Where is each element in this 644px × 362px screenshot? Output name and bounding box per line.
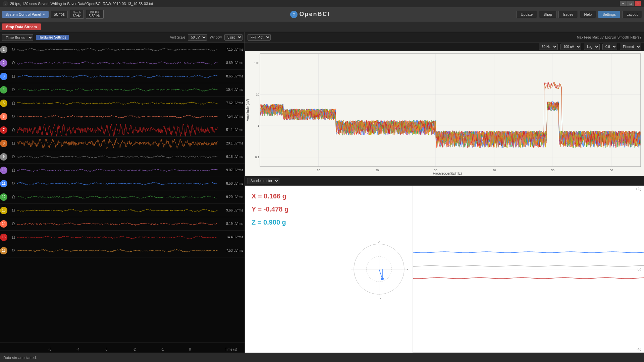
channel-row-8: 8 Ω 29.1 uVrms [0, 137, 245, 150]
channel-omega-9[interactable]: Ω [10, 155, 17, 159]
channel-wave-12 [17, 191, 218, 203]
time-series-header: Time Series Hardware Settings Vert Scale… [0, 32, 245, 43]
titlebar: ○ 29 fps, 120 secs Saved, Writing to Sav… [0, 0, 644, 7]
channel-omega-13[interactable]: Ω [10, 208, 17, 213]
update-button[interactable]: Update [517, 11, 537, 18]
channel-badge-12[interactable]: 12 [0, 193, 10, 201]
wave-svg-7 [17, 124, 218, 136]
toolbar2: Stop Data Stream [0, 21, 644, 32]
top-right-buttons: Update Shop Issues Help Settings Layout [517, 11, 642, 18]
close-button[interactable]: ✕ [635, 1, 641, 6]
fft-title-dropdown[interactable]: FFT Plot [248, 34, 271, 41]
vert-scale-select[interactable]: 50 uV [188, 34, 207, 41]
channel-rms-6: 7.54 uVrms [218, 115, 245, 118]
channel-rms-12: 9.20 uVrms [218, 195, 245, 199]
time-axis: -5 -4 -3 -2 -1 0 Time (s) [0, 343, 245, 353]
channel-omega-3[interactable]: Ω [10, 74, 17, 79]
fft-controls-row: 60 Hz 100 uV Log 0.9 Filtered [245, 43, 644, 51]
channel-row-15: 15 Ω 14.4 uVrms [0, 231, 245, 244]
time-axis-unit-label: Time (s) [218, 348, 245, 351]
log-lin-label: Log/Lin [605, 36, 616, 39]
channels-area: 1 Ω 7.15 uVrms 2 Ω 8.69 uVrms 3 [0, 43, 245, 343]
hardware-settings-button[interactable]: Hardware Settings [36, 35, 69, 40]
channel-badge-15[interactable]: 15 [0, 234, 10, 241]
accelerometer-dropdown[interactable]: Accelerometer [248, 178, 279, 184]
channel-badge-1[interactable]: 1 [0, 46, 10, 53]
channel-omega-15[interactable]: Ω [10, 235, 17, 240]
channel-wave-10 [17, 164, 218, 177]
system-control-button[interactable]: System Control Panel ▼ [2, 11, 49, 18]
stop-data-stream-button[interactable]: Stop Data Stream [2, 23, 41, 30]
fft-section: FFT Plot Max Freq Max uV Log/Lin Smooth … [245, 32, 644, 176]
channel-rms-16: 7.53 uVrms [218, 249, 245, 252]
channel-omega-1[interactable]: Ω [10, 47, 17, 52]
notch-filter-button[interactable]: Notch 60Hz [70, 10, 84, 19]
channel-badge-4[interactable]: 4 [0, 86, 10, 94]
vert-scale-label: Vert Scale [170, 36, 185, 39]
wave-svg-8 [17, 137, 218, 150]
channel-omega-11[interactable]: Ω [10, 181, 17, 186]
main-content: Time Series Hardware Settings Vert Scale… [0, 32, 644, 353]
accelerometer-graph-canvas [413, 186, 644, 353]
channel-omega-2[interactable]: Ω [10, 61, 17, 65]
app-icon: ○ [3, 1, 8, 6]
channel-rms-5: 7.62 uVrms [218, 101, 245, 105]
channel-rms-10: 9.07 uVrms [218, 168, 245, 172]
accelerometer-circle-canvas [349, 239, 409, 299]
shop-button[interactable]: Shop [539, 11, 556, 18]
channel-badge-8[interactable]: 8 [0, 140, 10, 147]
right-panel: FFT Plot Max Freq Max uV Log/Lin Smooth … [245, 32, 644, 353]
window-select[interactable]: 5 sec [224, 34, 243, 41]
channel-badge-7[interactable]: 7 [0, 126, 10, 134]
bp-filter-button[interactable]: BP Filt 5-50 Hz [86, 10, 104, 19]
wave-svg-15 [17, 231, 218, 244]
channel-badge-10[interactable]: 10 [0, 167, 10, 174]
channel-omega-14[interactable]: Ω [10, 222, 17, 226]
wave-svg-12 [17, 191, 218, 203]
accelerometer-body: X = 0.166 g Y = -0.478 g Z = 0.900 g +4g… [245, 186, 644, 353]
channel-badge-3[interactable]: 3 [0, 73, 10, 80]
channel-wave-1 [17, 43, 218, 56]
channel-omega-8[interactable]: Ω [10, 141, 17, 146]
max-freq-select[interactable]: 60 Hz [539, 44, 558, 50]
channel-badge-6[interactable]: 6 [0, 113, 10, 120]
max-uv-select[interactable]: 100 uV [560, 44, 581, 50]
channel-wave-13 [17, 204, 218, 217]
accel-y-zero: 0g [638, 267, 641, 271]
channel-badge-13[interactable]: 13 [0, 207, 10, 214]
channel-omega-10[interactable]: Ω [10, 168, 17, 173]
channel-omega-12[interactable]: Ω [10, 195, 17, 199]
time-series-dropdown[interactable]: Time Series [2, 34, 33, 41]
issues-button[interactable]: Issues [558, 11, 578, 18]
wave-svg-10 [17, 164, 218, 177]
channel-omega-6[interactable]: Ω [10, 114, 17, 119]
channel-row-3: 3 Ω 8.65 uVrms [0, 70, 245, 83]
layout-button[interactable]: Layout [622, 11, 642, 18]
filters-label: Filters? [630, 36, 641, 39]
fps-display: 60 fps [51, 11, 68, 18]
fft-canvas [245, 51, 644, 176]
channel-badge-2[interactable]: 2 [0, 59, 10, 67]
channel-badge-11[interactable]: 11 [0, 180, 10, 187]
channel-omega-5[interactable]: Ω [10, 101, 17, 106]
system-control-label: System Control Panel [5, 12, 41, 16]
maximize-button[interactable]: □ [627, 1, 634, 6]
channel-omega-7[interactable]: Ω [10, 128, 17, 132]
channel-badge-16[interactable]: 16 [0, 247, 10, 254]
smooth-select[interactable]: 0.9 [602, 44, 617, 50]
wave-svg-14 [17, 218, 218, 230]
settings-button[interactable]: Settings [598, 11, 620, 18]
channel-omega-16[interactable]: Ω [10, 248, 17, 253]
channel-badge-9[interactable]: 9 [0, 153, 10, 161]
filters-select[interactable]: Filtered [620, 44, 641, 50]
fft-x-label: Frequency (Hz) [433, 172, 456, 175]
channel-wave-15 [17, 231, 218, 244]
channel-badge-14[interactable]: 14 [0, 220, 10, 228]
channel-omega-4[interactable]: Ω [10, 87, 17, 92]
channel-rms-15: 14.4 uVrms [218, 235, 245, 239]
wave-svg-3 [17, 70, 218, 83]
log-lin-select[interactable]: Log [584, 44, 600, 50]
channel-badge-5[interactable]: 5 [0, 100, 10, 107]
help-button[interactable]: Help [580, 11, 596, 18]
minimize-button[interactable]: − [620, 1, 627, 6]
